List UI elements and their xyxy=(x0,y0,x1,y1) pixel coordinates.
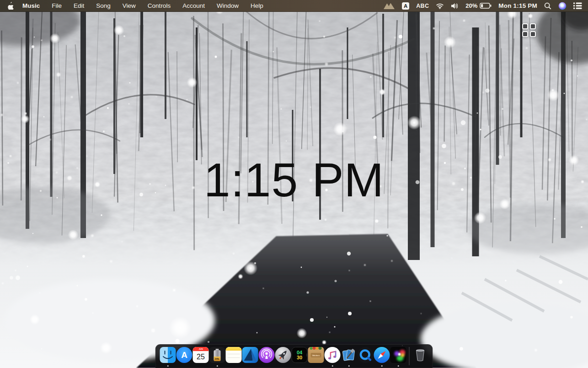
app-grid-icon[interactable] xyxy=(522,23,536,37)
input-source-icon[interactable]: A xyxy=(402,2,409,10)
menu-account[interactable]: Account xyxy=(176,0,211,11)
input-source-badge: A xyxy=(402,2,409,10)
dock-rocket-app-icon[interactable] xyxy=(275,347,291,368)
calendar-month: JUN xyxy=(193,347,209,351)
apple-menu[interactable] xyxy=(7,2,14,10)
menu-app-name[interactable]: Music xyxy=(16,0,46,11)
spotlight-icon[interactable] xyxy=(544,2,551,10)
dock-trash-icon[interactable] xyxy=(412,347,428,368)
mountain-status-icon[interactable] xyxy=(383,2,395,10)
dock-music-app-icon[interactable] xyxy=(325,347,341,368)
dock-podcasts-icon[interactable] xyxy=(259,347,275,368)
dock-particles-app-icon[interactable] xyxy=(390,347,406,368)
volume-icon[interactable] xyxy=(451,3,459,9)
menu-song[interactable]: Song xyxy=(90,0,117,11)
battery-icon xyxy=(480,3,492,9)
menubar-clock[interactable]: Mon 1:15 PM xyxy=(498,2,537,9)
dock-xcode-icon[interactable] xyxy=(341,347,357,368)
stickers-label: Stickers xyxy=(312,354,320,356)
dock-separator xyxy=(409,347,410,365)
watch-hour: 04 xyxy=(297,350,302,355)
watch-minute: 30 xyxy=(297,355,302,360)
siri-icon[interactable] xyxy=(558,2,567,10)
menu-edit[interactable]: Edit xyxy=(68,0,90,11)
wallpaper-snowy-forest xyxy=(0,0,588,368)
battery-status[interactable]: 20% xyxy=(465,2,492,9)
dock-watch-app-icon[interactable]: 04 30 xyxy=(292,347,308,368)
notification-center-icon[interactable] xyxy=(573,2,582,10)
dock-battery-app-icon[interactable]: 34% xyxy=(209,347,225,368)
menu-view[interactable]: View xyxy=(117,0,142,11)
menu-file[interactable]: File xyxy=(46,0,68,11)
battery-percent-label: 20% xyxy=(465,2,477,9)
dock-notes-icon[interactable] xyxy=(226,347,242,368)
menu-controls[interactable]: Controls xyxy=(142,0,176,11)
dock-design-app-icon[interactable] xyxy=(242,347,258,368)
menu-window[interactable]: Window xyxy=(211,0,245,11)
menu-help[interactable]: Help xyxy=(245,0,269,11)
dock-stickers-app-icon[interactable]: Stickers xyxy=(308,347,324,368)
battery-app-percent: 34% xyxy=(215,358,219,360)
dock-finder-icon[interactable] xyxy=(160,347,176,368)
dock-quicktime-icon[interactable] xyxy=(358,347,374,368)
input-source-label[interactable]: ABC xyxy=(416,3,429,9)
calendar-day: 25 xyxy=(193,351,209,363)
menu-bar: Music File Edit Song View Controls Accou… xyxy=(0,0,588,12)
dock-safari-icon[interactable] xyxy=(374,347,390,368)
dock-calendar-icon[interactable]: JUN 25 xyxy=(193,347,209,368)
wifi-icon[interactable] xyxy=(436,3,444,9)
dock-app-store-icon[interactable]: A xyxy=(176,347,192,368)
dock: A JUN 25 34% xyxy=(155,344,433,368)
